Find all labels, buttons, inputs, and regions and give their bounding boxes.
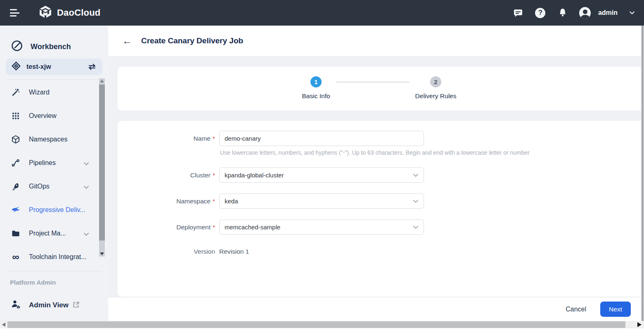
sidebar-item-gitops[interactable]: GitOps xyxy=(0,174,108,198)
required-asterisk: * xyxy=(213,135,215,142)
chevron-down-icon xyxy=(83,184,89,191)
step-label: Basic Info xyxy=(302,92,330,100)
infinity-icon: ∞ xyxy=(11,254,21,260)
scroll-up-arrow[interactable] xyxy=(100,80,104,82)
hamburger-icon[interactable] xyxy=(10,9,20,16)
canary-form: Name* Use lowercase letters, numbers, an… xyxy=(118,121,641,255)
name-hint-row: Use lowercase letters, numbers, and hyph… xyxy=(118,149,641,156)
chevron-down-icon xyxy=(413,172,419,179)
sidebar-item-label: Namespaces xyxy=(29,136,67,143)
required-asterisk: * xyxy=(213,198,215,205)
back-arrow-icon[interactable]: ← xyxy=(122,36,132,46)
name-row: Name* xyxy=(118,131,641,146)
scroll-right-arrow[interactable] xyxy=(637,322,642,327)
cluster-select[interactable]: kpanda-global-cluster xyxy=(219,167,424,183)
workbench-title: Workbench xyxy=(31,42,71,51)
brand-name: DaoCloud xyxy=(57,7,100,18)
swap-icon[interactable] xyxy=(88,63,97,71)
chat-icon[interactable] xyxy=(512,7,524,19)
step-number: 1 xyxy=(310,76,322,87)
platform-admin-label: Platform Admin xyxy=(0,271,108,286)
username[interactable]: admin xyxy=(598,9,618,16)
sidebar-item-project-management[interactable]: Project Ma... xyxy=(0,222,108,245)
sidebar-item-label: GitOps xyxy=(29,183,50,190)
deployment-row: Deployment* memcached-sample xyxy=(118,219,641,235)
stepper-card: 1 Basic Info 2 Delivery Rules xyxy=(118,67,641,111)
avatar[interactable] xyxy=(579,7,591,19)
cluster-label: Cluster* xyxy=(118,172,219,179)
name-input[interactable] xyxy=(219,131,424,146)
help-icon[interactable]: ? xyxy=(535,7,546,19)
grid-dots-icon xyxy=(11,112,21,120)
step-connector xyxy=(336,82,410,82)
sidebar-item-label: Pipelines xyxy=(29,159,56,167)
deployment-select[interactable]: memcached-sample xyxy=(219,219,424,235)
page-footer: Cancel Next xyxy=(108,297,641,321)
sidebar-item-toolchain-integration[interactable]: ∞ Toolchain Integrat... xyxy=(0,245,108,269)
step-delivery-rules: 2 Delivery Rules xyxy=(415,76,457,100)
sidebar-item-label: Progressive Deliv... xyxy=(29,206,85,214)
version-label: Version xyxy=(118,248,219,255)
bell-icon[interactable] xyxy=(557,7,568,19)
stepper: 1 Basic Info 2 Delivery Rules xyxy=(118,67,641,100)
namespace-select[interactable]: keda xyxy=(219,193,424,209)
version-value: Revision 1 xyxy=(219,248,249,255)
bottom-strip xyxy=(0,328,644,330)
chevron-down-icon xyxy=(413,224,419,231)
page-header: ← Create Canary Delivery Job xyxy=(108,26,641,56)
sidebar-item-namespaces[interactable]: Namespaces xyxy=(0,127,108,151)
namespace-value: keda xyxy=(225,198,238,205)
namespace-label: Namespace* xyxy=(118,198,219,205)
external-link-icon xyxy=(73,301,80,310)
admin-view-label: Admin View xyxy=(29,301,69,309)
sidebar-item-label: Wizard xyxy=(29,89,50,96)
step-basic-info: 1 Basic Info xyxy=(302,76,330,100)
bird-icon xyxy=(11,205,21,214)
pipeline-icon xyxy=(11,158,21,167)
page-title: Create Canary Delivery Job xyxy=(141,36,243,45)
name-label: Name* xyxy=(118,135,219,142)
step-label: Delivery Rules xyxy=(415,92,457,100)
namespace-row: Namespace* keda xyxy=(118,193,641,209)
sidebar-scrollbar-thumb[interactable] xyxy=(99,85,105,240)
vertical-scrollbar[interactable] xyxy=(641,26,644,321)
sidebar-item-wizard[interactable]: Wizard xyxy=(0,80,108,104)
horizontal-scrollbar[interactable] xyxy=(0,321,644,328)
next-button[interactable]: Next xyxy=(600,302,631,317)
step-number: 2 xyxy=(430,76,441,87)
horizontal-scrollbar-thumb[interactable] xyxy=(7,321,625,328)
workspace-selector[interactable]: test-xjw xyxy=(6,59,102,75)
cancel-button[interactable]: Cancel xyxy=(566,306,586,313)
workbench-header: Workbench xyxy=(0,26,108,55)
sidebar-scrollbar[interactable] xyxy=(99,78,105,257)
deployment-value: memcached-sample xyxy=(225,224,280,231)
required-asterisk: * xyxy=(213,172,215,179)
vertical-scrollbar-thumb[interactable] xyxy=(642,26,644,321)
sidebar-item-label: Project Ma... xyxy=(29,230,66,237)
workbench-pen-circle-icon xyxy=(11,40,23,54)
scroll-down-arrow[interactable] xyxy=(100,252,104,255)
cluster-row: Cluster* kpanda-global-cluster xyxy=(118,167,641,183)
topbar: DaoCloud ? admin xyxy=(0,0,644,26)
dao-cube-logo xyxy=(38,5,53,21)
chevron-down-icon[interactable] xyxy=(629,9,635,16)
sidebar-nav: Wizard Overview Namespaces xyxy=(0,80,108,269)
sidebar-item-overview[interactable]: Overview xyxy=(0,104,108,127)
workspace-diamond-icon xyxy=(12,61,21,72)
cluster-value: kpanda-global-cluster xyxy=(225,172,284,179)
sidebar-item-label: Overview xyxy=(29,112,57,120)
sidebar-item-progressive-delivery[interactable]: Progressive Deliv... xyxy=(0,198,108,222)
scroll-left-arrow[interactable] xyxy=(2,323,5,327)
cube-icon xyxy=(11,135,21,144)
brand[interactable]: DaoCloud xyxy=(38,5,100,21)
sidebar-item-label: Toolchain Integrat... xyxy=(29,253,87,261)
chevron-down-icon xyxy=(83,231,89,238)
chevron-down-icon xyxy=(413,198,419,205)
rocket-icon xyxy=(11,182,21,191)
admin-user-icon xyxy=(11,299,21,311)
sidebar-item-pipelines[interactable]: Pipelines xyxy=(0,151,108,174)
main-content: ← Create Canary Delivery Job 1 Basic Inf… xyxy=(108,26,641,321)
folder-icon xyxy=(11,229,21,238)
sidebar-item-admin-view[interactable]: Admin View xyxy=(0,295,108,316)
sidebar: Workbench test-xjw xyxy=(0,26,108,321)
